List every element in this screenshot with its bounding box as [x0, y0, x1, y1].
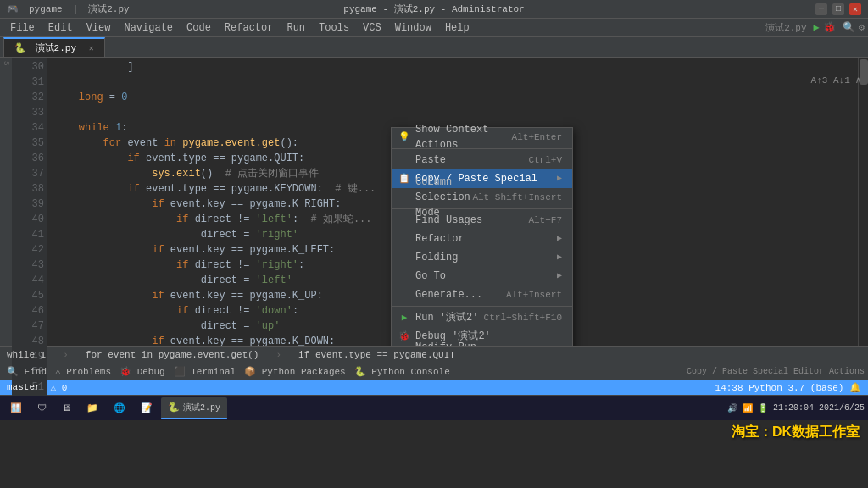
- ctx-find-usages[interactable]: Find Usages Alt+F7: [392, 211, 572, 230]
- menu-run[interactable]: Run: [280, 20, 312, 36]
- ctx-label-generate: Generate...: [415, 287, 482, 302]
- line-num-34: 34: [15, 120, 44, 136]
- line-num-43: 43: [15, 258, 44, 273]
- ctx-show-context-actions[interactable]: 💡 Show Context Actions Alt+Enter: [392, 128, 572, 147]
- ctx-arrow-refactor: ▶: [554, 231, 562, 247]
- ctx-arrow-folding: ▶: [554, 250, 562, 265]
- tab-file-icon: 🐍: [14, 43, 26, 53]
- search-everywhere-button[interactable]: 🔍: [843, 21, 855, 34]
- breadcrumb-if[interactable]: if event.type == pygame.QUIT: [298, 350, 455, 360]
- ctx-shortcut-run: Ctrl+Shift+F10: [484, 310, 562, 325]
- menu-window[interactable]: Window: [388, 20, 438, 36]
- ctx-folding[interactable]: Folding ▶: [392, 248, 572, 267]
- line-num-31: 31: [15, 75, 44, 90]
- line-num-37: 37: [15, 166, 44, 181]
- ctx-refactor[interactable]: Refactor ▶: [392, 230, 572, 248]
- editor-tab-file[interactable]: 🐍 演试2.py ✕: [3, 37, 105, 57]
- run-button[interactable]: ▶: [814, 21, 820, 34]
- info-git: master: [7, 382, 41, 393]
- tool-debug[interactable]: 🐞 Debug: [116, 366, 169, 377]
- code-line-31: [54, 75, 851, 90]
- menu-vcs[interactable]: VCS: [356, 20, 388, 36]
- context-menu: 💡 Show Context Actions Alt+Enter Paste C…: [391, 127, 573, 346]
- breadcrumb-for[interactable]: for event in pygame.event.get(): [86, 350, 259, 360]
- line-num-42: 42: [15, 242, 44, 258]
- line-num-32: 32: [15, 90, 44, 105]
- info-right: 14:38 Python 3.7 (base) 🔔: [715, 382, 861, 393]
- title-bar-left: 🎮 pygame | 演试2.py: [7, 3, 130, 15]
- debug-button[interactable]: 🐞: [823, 21, 836, 34]
- ctx-label-paste: Paste: [415, 152, 446, 168]
- taskbar-browser[interactable]: 🌐: [107, 397, 132, 419]
- taskbar-pycharm-icon: 🐍: [168, 402, 180, 413]
- menu-help[interactable]: Help: [438, 20, 476, 36]
- app-name: pygame: [29, 4, 63, 14]
- code-line-30: ]: [54, 59, 851, 75]
- editor-tab-bar: 🐍 演试2.py ✕: [0, 37, 868, 58]
- save-message: Copy / Paste Special Editor Actions: [687, 367, 865, 376]
- run-config-label: 演试2.py: [765, 21, 806, 34]
- tool-python-console[interactable]: 🐍 Python Console: [351, 366, 453, 377]
- ctx-goto[interactable]: Go To ▶: [392, 267, 572, 286]
- tool-problems[interactable]: ⚠ Problems: [52, 366, 114, 377]
- line-num-40: 40: [15, 212, 44, 227]
- taskbar-tray: 🔊 📶 🔋 21:20:04 2021/6/25: [727, 403, 865, 413]
- code-editor[interactable]: ] long = 0 while 1: for event in pygame.…: [47, 58, 858, 346]
- tool-terminal[interactable]: ⬛ Terminal: [170, 366, 239, 377]
- menu-navigate[interactable]: Navigate: [117, 20, 180, 36]
- title-separator: |: [73, 4, 79, 14]
- context-actions-icon: 💡: [398, 131, 410, 143]
- ctx-arrow-copy-paste-special: ▶: [554, 171, 562, 186]
- line-num-46: 46: [15, 303, 44, 319]
- ctx-run[interactable]: ▶ Run '演试2' Ctrl+Shift+F10: [392, 308, 572, 327]
- copy-paste-special-icon: 📋: [398, 173, 410, 185]
- breadcrumb-while[interactable]: while 1: [7, 350, 46, 360]
- sidebar-icon-1: S: [2, 61, 10, 65]
- tool-find[interactable]: 🔍 Find: [3, 366, 50, 377]
- ctx-arrow-goto: ▶: [554, 269, 562, 284]
- ctx-label-refactor: Refactor: [415, 231, 465, 247]
- settings-button[interactable]: ⚙: [859, 21, 865, 34]
- maximize-button[interactable]: □: [832, 3, 844, 15]
- menu-edit[interactable]: Edit: [42, 20, 80, 36]
- file-tab-title: 演试2.py: [88, 3, 129, 15]
- scrollbar-area: [858, 58, 868, 346]
- info-warnings: ⚠ 0: [51, 382, 68, 393]
- line-num-48: 48: [15, 334, 44, 349]
- menu-tools[interactable]: Tools: [312, 20, 356, 36]
- line-num-36: 36: [15, 151, 44, 166]
- ctx-paste[interactable]: Paste Ctrl+V: [392, 151, 572, 169]
- ctx-generate[interactable]: Generate... Alt+Insert: [392, 286, 572, 304]
- breadcrumb-bar: while 1 › for event in pygame.event.get(…: [0, 346, 868, 363]
- taskbar-pycharm[interactable]: 🐍 演试2.py: [161, 397, 227, 419]
- breadcrumb-sep1: ›: [63, 350, 69, 360]
- app-icon: 🎮: [7, 3, 19, 14]
- taskbar-folder[interactable]: 📁: [80, 397, 105, 419]
- tab-close-icon[interactable]: ✕: [89, 44, 94, 53]
- taskbar-start-button[interactable]: 🪟: [3, 397, 29, 419]
- taskbar-notepad[interactable]: 📝: [134, 397, 159, 419]
- menu-code[interactable]: Code: [180, 20, 218, 36]
- tool-python-packages[interactable]: 📦 Python Packages: [241, 366, 349, 377]
- line-num-39: 39: [15, 197, 44, 212]
- close-button[interactable]: ✕: [849, 3, 861, 15]
- line-num-41: 41: [15, 227, 44, 242]
- taskbar-360[interactable]: 🛡: [31, 397, 53, 419]
- taskbar: 🪟 🛡 🖥 📁 🌐 📝 🐍 演试2.py 🔊 📶 🔋 21:20:04 2021…: [0, 395, 868, 420]
- info-left: master ⚠ 0: [7, 382, 67, 393]
- ctx-label-modify-run-config: Modify Run Configuration...: [415, 340, 562, 346]
- title-bar-title: pygame - 演试2.py - Administrator: [343, 3, 524, 15]
- menu-view[interactable]: View: [80, 20, 118, 36]
- taskbar-notepad-icon: 📝: [141, 402, 153, 413]
- menu-file[interactable]: File: [3, 20, 42, 36]
- line-num-47: 47: [15, 319, 44, 334]
- ctx-column-selection[interactable]: Column Selection Mode Alt+Shift+Insert: [392, 188, 572, 207]
- menu-refactor[interactable]: Refactor: [218, 20, 281, 36]
- line-num-38: 38: [15, 181, 44, 197]
- ctx-label-show-context-actions: Show Context Actions: [415, 122, 512, 152]
- sidebar-gutter: S: [0, 58, 12, 346]
- code-line-33: [54, 105, 851, 120]
- taskbar-computer[interactable]: 🖥: [55, 397, 78, 419]
- minimize-button[interactable]: ─: [815, 3, 827, 15]
- ctx-label-run: Run '演试2': [415, 310, 478, 325]
